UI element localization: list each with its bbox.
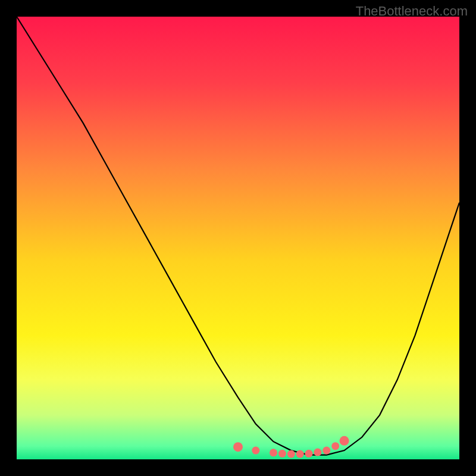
highlight-dot [331,442,339,450]
highlight-dot [314,449,321,456]
highlight-dot [340,436,349,446]
highlight-dot [233,442,243,452]
highlight-dot [296,450,304,458]
watermark-text: TheBottleneck.com [356,4,468,19]
highlight-dot [287,450,295,458]
highlight-dot [252,447,259,455]
chart-background [17,17,459,459]
highlight-dot [322,447,330,455]
chart-svg [17,17,459,459]
highlight-dot [278,450,286,458]
highlight-dot [270,449,277,456]
bottleneck-chart [17,17,459,459]
highlight-dot [305,450,313,458]
